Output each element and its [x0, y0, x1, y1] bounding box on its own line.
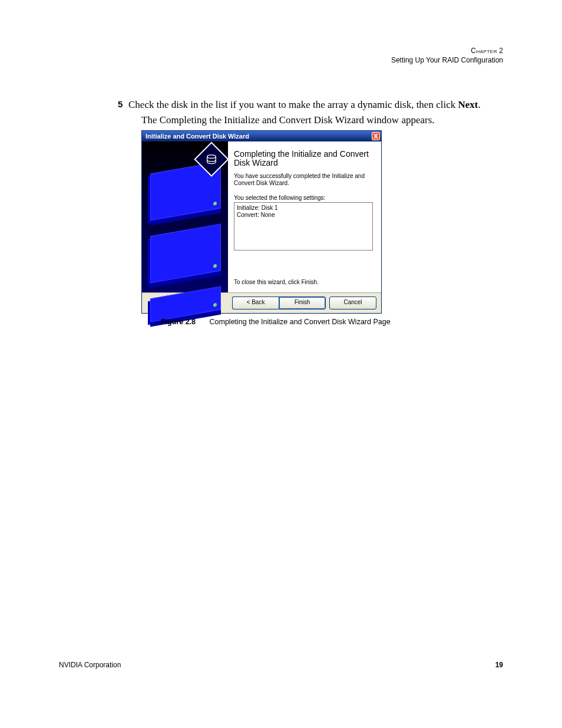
wizard-settings-box: Initialize: Disk 1 Convert: None	[234, 202, 373, 251]
close-button[interactable]: X	[372, 132, 380, 140]
disk-icon-bottom	[150, 286, 221, 322]
wizard-window: Initialize and Convert Disk Wizard X	[141, 130, 382, 314]
step-number: 5	[118, 98, 123, 110]
document-page: Chapter 2 Setting Up Your RAID Configura…	[0, 0, 562, 728]
step-text-before: Check the disk in the list if you want t…	[128, 99, 458, 110]
step-5-instruction: 5 Check the disk in the list if you want…	[128, 98, 505, 112]
back-button[interactable]: < Back	[232, 297, 279, 309]
step-5-result: The Completing the Initialize and Conver…	[141, 114, 507, 126]
page-header: Chapter 2 Setting Up Your RAID Configura…	[391, 46, 503, 65]
wizard-title-text: Initialize and Convert Disk Wizard	[146, 133, 249, 140]
step-bold-next: Next	[458, 99, 478, 110]
page-footer: NVIDIA Corporation 19	[59, 661, 503, 669]
disk-badge-icon	[194, 142, 229, 177]
footer-page-number: 19	[495, 661, 503, 669]
disk-icon-middle	[150, 223, 221, 283]
svg-point-0	[207, 155, 216, 159]
settings-line-convert: Convert: None	[237, 212, 370, 219]
chapter-label: Chapter	[471, 47, 497, 55]
wizard-settings-label: You selected the following settings:	[234, 195, 373, 201]
back-finish-button-group: < Back Finish	[232, 297, 326, 309]
disk-icon-top	[150, 161, 221, 220]
step-text-after: .	[478, 99, 480, 110]
header-subtitle: Setting Up Your RAID Configuration	[391, 55, 503, 65]
wizard-body: Completing the Initialize and Convert Di…	[142, 141, 381, 292]
disk-stack-icon	[150, 167, 221, 331]
cancel-button[interactable]: Cancel	[329, 297, 376, 309]
chapter-number: 2	[499, 47, 503, 55]
settings-line-initialize: Initialize: Disk 1	[237, 205, 370, 212]
figure-caption: Figure 2.8 Completing the Initialize and…	[161, 318, 391, 326]
wizard-close-hint: To close this wizard, click Finish.	[234, 279, 319, 285]
figure-caption-text: Completing the Initialize and Convert Di…	[210, 318, 391, 326]
wizard-success-text: You have successfully completed the Init…	[234, 173, 373, 187]
footer-company: NVIDIA Corporation	[59, 661, 121, 669]
close-icon: X	[373, 133, 378, 140]
figure-label: Figure 2.8	[161, 318, 196, 326]
wizard-heading: Completing the Initialize and Convert Di…	[234, 150, 373, 168]
wizard-content: Completing the Initialize and Convert Di…	[228, 141, 381, 292]
wizard-sidebar-illustration	[142, 141, 228, 292]
wizard-titlebar[interactable]: Initialize and Convert Disk Wizard X	[142, 131, 381, 141]
finish-button[interactable]: Finish	[279, 297, 326, 309]
chapter-line: Chapter 2	[391, 46, 503, 55]
